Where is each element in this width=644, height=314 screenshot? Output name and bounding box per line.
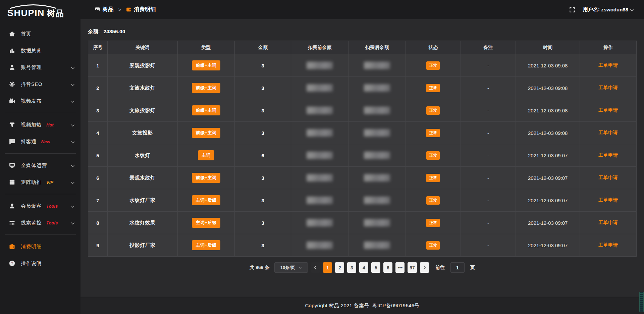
work-order-link[interactable]: 工单申请 — [598, 152, 618, 158]
cell-balance-before — [291, 122, 348, 144]
breadcrumb-item-current[interactable]: 消费明细 — [126, 6, 156, 13]
page-button-4[interactable]: 4 — [359, 262, 368, 273]
sidebar-item-label: 抖音SEO — [21, 81, 42, 88]
amount-value: 3 — [262, 63, 264, 68]
type-badge: 主词 — [198, 150, 214, 160]
sidebar-item-线索监控[interactable]: 线索监控Tools — [0, 214, 80, 231]
balance-before-redacted — [307, 107, 333, 114]
sidebar-item-矩阵助推[interactable]: 矩阵助推VIP — [0, 174, 80, 191]
note-text: - — [487, 85, 489, 91]
page-button-1[interactable]: 1 — [323, 262, 332, 273]
main-content: 余额: 24856.00 序号关键词类型金额扣费前余额扣费后余额状态备注时间操作… — [80, 19, 644, 314]
next-page-button[interactable] — [420, 262, 429, 273]
sidebar-item-抖音SEO[interactable]: 抖音SEO — [0, 76, 80, 93]
status-badge: 正常 — [426, 196, 440, 205]
page-button-2[interactable]: 2 — [335, 262, 344, 273]
cell-action: 工单申请 — [580, 54, 636, 77]
sidebar-item-label: 抖客通 — [21, 139, 37, 145]
status-badge: 正常 — [426, 106, 440, 115]
monitor-icon — [9, 162, 15, 169]
sidebar-item-全媒体运营[interactable]: 全媒体运营 — [0, 157, 80, 174]
chevron-down-icon — [71, 65, 75, 71]
cell-time: 2021-12-03 09:07 — [516, 144, 580, 167]
sidebar-item-会员爆客[interactable]: 会员爆客Tools — [0, 198, 80, 214]
column-header: 类型 — [178, 41, 235, 54]
table-row: 4文旅投影前缀+主词3正常-2021-12-03 09:08工单申请 — [88, 122, 636, 144]
balance-before-redacted — [307, 219, 333, 226]
page-button-5[interactable]: 5 — [371, 262, 380, 273]
note-text: - — [487, 153, 489, 158]
work-order-link[interactable]: 工单申请 — [598, 197, 618, 203]
column-header: 备注 — [461, 41, 516, 54]
cell-balance-after — [348, 189, 406, 212]
sidebar-item-tag: Hot — [46, 122, 54, 127]
work-order-link[interactable]: 工单申请 — [598, 85, 618, 91]
page-size-select[interactable]: 10条/页 — [274, 262, 308, 273]
sidebar-item-账号管理[interactable]: 账号管理 — [0, 59, 80, 76]
table-row: 9投影灯厂家主词+后缀3正常-2021-12-03 09:07工单申请 — [88, 234, 636, 257]
cell-keyword: 文旅水纹灯 — [108, 77, 178, 99]
user-icon — [9, 203, 15, 209]
cell-amount: 6 — [235, 144, 291, 167]
work-order-link[interactable]: 工单申请 — [598, 107, 618, 113]
cell-type: 主词+后缀 — [178, 212, 235, 234]
chevron-down-icon — [71, 82, 75, 88]
user-menu[interactable]: 用户名: zswodun88 — [583, 6, 634, 13]
sidebar-item-操作说明[interactable]: ?操作说明 — [0, 255, 80, 272]
note-text: - — [487, 243, 489, 248]
table-header-row: 序号关键词类型金额扣费前余额扣费后余额状态备注时间操作 — [88, 41, 636, 54]
work-order-link[interactable]: 工单申请 — [598, 220, 618, 226]
chevron-right-icon — [423, 265, 426, 270]
work-order-link[interactable]: 工单申请 — [598, 130, 618, 136]
menu-divider — [5, 113, 76, 113]
balance-before-redacted — [307, 129, 333, 137]
page-button-3[interactable]: 3 — [347, 262, 356, 273]
row-index: 3 — [96, 108, 99, 113]
page-ellipsis-button[interactable]: ••• — [395, 262, 405, 273]
sidebar-item-label: 数据总览 — [21, 48, 42, 54]
sidebar-item-label: 操作说明 — [21, 260, 42, 267]
balance-after-redacted — [364, 219, 390, 226]
username-value: zswodun88 — [601, 7, 628, 12]
goto-page-input[interactable] — [450, 262, 465, 273]
balance: 余额: 24856.00 — [88, 29, 644, 35]
page-button-97[interactable]: 97 — [408, 262, 417, 273]
sidebar-item-首页[interactable]: 首页 — [0, 25, 80, 42]
wallet-icon — [126, 7, 131, 12]
work-order-link[interactable]: 工单申请 — [598, 62, 618, 68]
row-index: 7 — [96, 198, 99, 203]
sidebar-item-视频加热[interactable]: 视频加热Hot — [0, 116, 80, 133]
cell-type: 前缀+主词 — [178, 99, 235, 122]
sidebar-item-消费明细[interactable]: 消费明细 — [0, 238, 80, 255]
app-icon — [95, 7, 100, 12]
breadcrumb-label: 树品 — [103, 6, 114, 13]
cell-balance-after — [348, 144, 406, 167]
fullscreen-icon[interactable] — [569, 6, 576, 13]
sidebar-item-label: 视频加热 — [21, 122, 42, 128]
sidebar-item-抖客通[interactable]: 抖客通New — [0, 133, 80, 150]
breadcrumb-item-home[interactable]: 树品 — [95, 6, 114, 13]
work-order-link[interactable]: 工单申请 — [598, 175, 618, 181]
work-order-link[interactable]: 工单申请 — [598, 242, 618, 248]
column-header: 扣费后余额 — [348, 41, 406, 54]
status-badge: 正常 — [426, 61, 440, 70]
logo-brand-cn: 树品 — [47, 8, 64, 19]
cell-balance-before — [291, 167, 348, 189]
cell-time: 2021-12-03 09:07 — [516, 212, 580, 234]
cell-note: - — [461, 189, 516, 212]
sidebar-item-数据总览[interactable]: 数据总览 — [0, 42, 80, 59]
balance-after-redacted — [364, 62, 390, 69]
page-button-6[interactable]: 6 — [383, 262, 392, 273]
type-badge: 主词+后缀 — [192, 218, 220, 228]
prev-page-button[interactable] — [311, 262, 320, 273]
chevron-down-icon — [71, 180, 75, 186]
type-badge: 主词+后缀 — [192, 240, 220, 250]
chevron-left-icon — [314, 265, 317, 270]
cell-time: 2021-12-03 09:08 — [516, 122, 580, 144]
table-body: 1景观投影灯前缀+主词3正常-2021-12-03 09:08工单申请2文旅水纹… — [88, 54, 636, 257]
cell-balance-before — [291, 99, 348, 122]
sidebar-item-视频发布[interactable]: 视频发布 — [0, 93, 80, 109]
amount-value: 3 — [262, 85, 264, 91]
cell-note: - — [461, 77, 516, 99]
balance-after-redacted — [364, 107, 390, 114]
